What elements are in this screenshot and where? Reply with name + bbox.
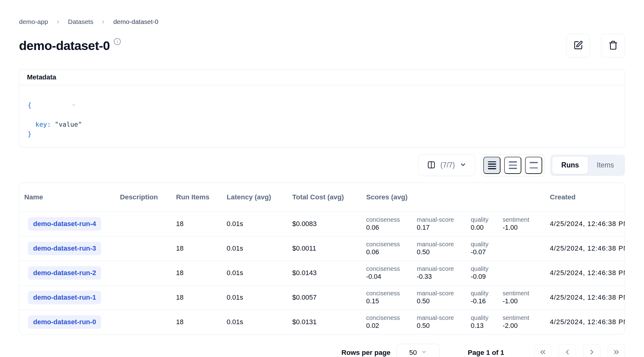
cell-run-items: 18 xyxy=(172,285,223,310)
delete-dataset-button[interactable] xyxy=(601,34,625,58)
cell-latency: 0.01s xyxy=(223,236,289,261)
rows-per-page-label: Rows per page xyxy=(341,349,390,357)
column-count-label: (7/7) xyxy=(440,161,455,169)
table-row: demo-dataset-run-2 18 0.01s $0.0143 conc… xyxy=(19,261,625,285)
collapse-chevron-icon[interactable] xyxy=(33,91,76,120)
column-header-description: Description xyxy=(116,183,172,212)
cell-created: 4/25/2024, 12:46:38 PM xyxy=(546,310,625,334)
tab-runs[interactable]: Runs xyxy=(552,157,588,174)
cell-created: 4/25/2024, 12:46:38 PM xyxy=(546,236,625,261)
cell-latency: 0.01s xyxy=(223,285,289,310)
cell-total-cost: $0.0143 xyxy=(289,261,362,285)
cell-total-cost: $0.0011 xyxy=(289,236,362,261)
column-header-name: Name xyxy=(19,183,116,212)
trash-icon xyxy=(608,40,618,51)
json-value: "value" xyxy=(55,120,82,130)
title-row: demo-dataset-0 xyxy=(19,34,625,58)
cell-description xyxy=(116,310,172,334)
row-height-small-icon xyxy=(488,161,496,163)
cell-run-items: 18 xyxy=(172,310,223,334)
next-page-button[interactable] xyxy=(583,344,600,357)
row-height-medium-icon xyxy=(509,161,517,163)
chevron-down-icon xyxy=(460,161,466,169)
cell-description xyxy=(116,261,172,285)
edit-dataset-button[interactable] xyxy=(566,34,590,58)
column-header-latency: Latency (avg) xyxy=(223,183,289,212)
table-toolbar: (7/7) Runs Items xyxy=(19,154,625,176)
info-icon[interactable] xyxy=(113,38,121,47)
column-header-total-cost: Total Cost (avg) xyxy=(289,183,362,212)
run-link[interactable]: demo-dataset-run-3 xyxy=(28,242,101,255)
table-header-row: Name Description Run Items Latency (avg)… xyxy=(19,183,625,212)
rows-per-page-value: 50 xyxy=(409,349,417,357)
cell-scores: conciseness0.02 manual-score0.50 quality… xyxy=(362,310,546,334)
column-header-run-items: Run Items xyxy=(172,183,223,212)
json-key: key: xyxy=(35,120,51,130)
row-height-large-icon xyxy=(530,162,538,163)
cell-description xyxy=(116,285,172,310)
run-link[interactable]: demo-dataset-run-4 xyxy=(28,217,101,231)
row-height-small-button[interactable] xyxy=(483,157,500,174)
cell-created: 4/25/2024, 12:46:38 PM xyxy=(546,212,625,236)
chevron-right-icon xyxy=(588,348,596,357)
page-title: demo-dataset-0 xyxy=(19,37,110,54)
json-close-brace: } xyxy=(28,129,32,139)
cell-run-items: 18 xyxy=(172,261,223,285)
rows-per-page-select[interactable]: 50 xyxy=(397,344,439,357)
table-row: demo-dataset-run-4 18 0.01s $0.0083 conc… xyxy=(19,212,625,236)
pagination-bar: Rows per page 50 Page 1 of 1 xyxy=(19,344,625,357)
chevron-right-icon xyxy=(56,19,61,25)
run-link[interactable]: demo-dataset-run-2 xyxy=(28,266,101,280)
dataset-page: demo-app Datasets demo-dataset-0 demo-da… xyxy=(0,0,644,357)
cell-scores: conciseness-0.04 manual-score-0.33 quali… xyxy=(362,261,546,285)
cell-total-cost: $0.0057 xyxy=(289,285,362,310)
json-open-brace: { xyxy=(28,101,32,110)
breadcrumb: demo-app Datasets demo-dataset-0 xyxy=(19,17,625,26)
breadcrumb-project[interactable]: demo-app xyxy=(19,17,48,26)
chevrons-left-icon xyxy=(539,348,547,357)
cell-scores: conciseness0.15 manual-score0.50 quality… xyxy=(362,285,546,310)
run-link[interactable]: demo-dataset-run-1 xyxy=(28,291,101,304)
cell-scores: conciseness0.06 manual-score0.17 quality… xyxy=(362,212,546,236)
runs-table-card: Name Description Run Items Latency (avg)… xyxy=(19,182,625,335)
cell-total-cost: $0.0131 xyxy=(289,310,362,334)
cell-latency: 0.01s xyxy=(223,212,289,236)
cell-latency: 0.01s xyxy=(223,261,289,285)
metadata-json-viewer: { key: "value" } xyxy=(19,85,625,147)
runs-items-tabs: Runs Items xyxy=(550,155,625,176)
cell-run-items: 18 xyxy=(172,212,223,236)
row-height-medium-button[interactable] xyxy=(504,157,521,174)
column-visibility-button[interactable]: (7/7) xyxy=(418,155,475,176)
page-status: Page 1 of 1 xyxy=(468,349,504,357)
chevron-right-icon xyxy=(101,19,106,25)
table-row: demo-dataset-run-1 18 0.01s $0.0057 conc… xyxy=(19,285,625,310)
tab-items[interactable]: Items xyxy=(588,157,623,174)
previous-page-button[interactable] xyxy=(559,344,576,357)
metadata-card-title: Metadata xyxy=(19,70,625,85)
last-page-button[interactable] xyxy=(608,344,625,357)
chevron-left-icon xyxy=(563,348,571,357)
row-height-toggle-group xyxy=(481,154,545,176)
column-header-scores: Scores (avg) xyxy=(362,183,546,212)
cell-latency: 0.01s xyxy=(223,310,289,334)
metadata-card: Metadata { key: "value" } xyxy=(19,69,625,148)
edit-pencil-icon xyxy=(573,40,583,51)
cell-run-items: 18 xyxy=(172,236,223,261)
table-row: demo-dataset-run-3 18 0.01s $0.0011 conc… xyxy=(19,236,625,261)
table-row: demo-dataset-run-0 18 0.01s $0.0131 conc… xyxy=(19,310,625,334)
runs-table: Name Description Run Items Latency (avg)… xyxy=(19,183,625,334)
cell-total-cost: $0.0083 xyxy=(289,212,362,236)
breadcrumb-current-dataset[interactable]: demo-dataset-0 xyxy=(113,17,158,26)
cell-created: 4/25/2024, 12:46:38 PM xyxy=(546,261,625,285)
cell-scores: conciseness0.06 manual-score0.50 quality… xyxy=(362,236,546,261)
pagination-nav xyxy=(534,344,625,357)
cell-description xyxy=(116,212,172,236)
row-height-large-button[interactable] xyxy=(525,157,542,174)
column-header-created: Created xyxy=(546,183,625,212)
chevron-down-icon xyxy=(421,349,427,357)
run-link[interactable]: demo-dataset-run-0 xyxy=(28,315,101,329)
cell-description xyxy=(116,236,172,261)
columns-icon xyxy=(427,161,435,170)
first-page-button[interactable] xyxy=(534,344,551,357)
breadcrumb-datasets[interactable]: Datasets xyxy=(68,17,94,26)
